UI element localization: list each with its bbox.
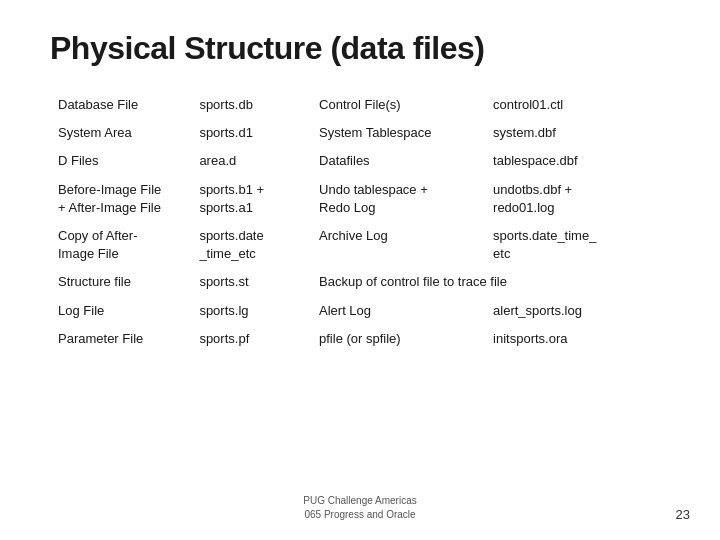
table-cell-7-1: sports.pf bbox=[191, 325, 311, 353]
table-row: Before-Image File+ After-Image Filesport… bbox=[50, 176, 670, 222]
table-cell-3-2: Undo tablespace +Redo Log bbox=[311, 176, 485, 222]
table-cell-5-2: Backup of control file to trace file bbox=[311, 268, 670, 296]
table-cell-3-1: sports.b1 +sports.a1 bbox=[191, 176, 311, 222]
table-cell-4-1: sports.date_time_etc bbox=[191, 222, 311, 268]
footer-line1: PUG Challenge Americas bbox=[303, 494, 416, 508]
table-cell-2-0: D Files bbox=[50, 147, 191, 175]
table-cell-0-1: sports.db bbox=[191, 91, 311, 119]
table-cell-6-0: Log File bbox=[50, 297, 191, 325]
table-cell-3-0: Before-Image File+ After-Image File bbox=[50, 176, 191, 222]
table-cell-3-3: undotbs.dbf +redo01.log bbox=[485, 176, 670, 222]
slide: Physical Structure (data files) Database… bbox=[0, 0, 720, 540]
table-cell-4-3: sports.date_time_etc bbox=[485, 222, 670, 268]
table-cell-0-2: Control File(s) bbox=[311, 91, 485, 119]
page-number: 23 bbox=[676, 507, 690, 522]
table-cell-6-2: Alert Log bbox=[311, 297, 485, 325]
table-cell-5-0: Structure file bbox=[50, 268, 191, 296]
table-cell-1-2: System Tablespace bbox=[311, 119, 485, 147]
table-cell-4-2: Archive Log bbox=[311, 222, 485, 268]
table-row: Log Filesports.lgAlert Logalert_sports.l… bbox=[50, 297, 670, 325]
data-table: Database Filesports.dbControl File(s)con… bbox=[50, 91, 670, 353]
table-row: System Areasports.d1System Tablespacesys… bbox=[50, 119, 670, 147]
table-cell-0-3: control01.ctl bbox=[485, 91, 670, 119]
table-cell-6-1: sports.lg bbox=[191, 297, 311, 325]
table-row: Structure filesports.stBackup of control… bbox=[50, 268, 670, 296]
table-cell-2-3: tablespace.dbf bbox=[485, 147, 670, 175]
table-cell-5-1: sports.st bbox=[191, 268, 311, 296]
table-cell-1-0: System Area bbox=[50, 119, 191, 147]
table-cell-2-2: Datafiles bbox=[311, 147, 485, 175]
table-cell-7-3: initsports.ora bbox=[485, 325, 670, 353]
table-cell-7-2: pfile (or spfile) bbox=[311, 325, 485, 353]
footer-center: PUG Challenge Americas 065 Progress and … bbox=[303, 494, 416, 522]
table-cell-1-1: sports.d1 bbox=[191, 119, 311, 147]
table-cell-2-1: area.d bbox=[191, 147, 311, 175]
table-cell-7-0: Parameter File bbox=[50, 325, 191, 353]
table-cell-1-3: system.dbf bbox=[485, 119, 670, 147]
footer-line2: 065 Progress and Oracle bbox=[303, 508, 416, 522]
table-row: Parameter Filesports.pfpfile (or spfile)… bbox=[50, 325, 670, 353]
table-cell-6-3: alert_sports.log bbox=[485, 297, 670, 325]
table-cell-4-0: Copy of After-Image File bbox=[50, 222, 191, 268]
table-cell-0-0: Database File bbox=[50, 91, 191, 119]
table-row: D Filesarea.dDatafilestablespace.dbf bbox=[50, 147, 670, 175]
table-row: Copy of After-Image Filesports.date_time… bbox=[50, 222, 670, 268]
table-row: Database Filesports.dbControl File(s)con… bbox=[50, 91, 670, 119]
page-title: Physical Structure (data files) bbox=[50, 30, 670, 67]
